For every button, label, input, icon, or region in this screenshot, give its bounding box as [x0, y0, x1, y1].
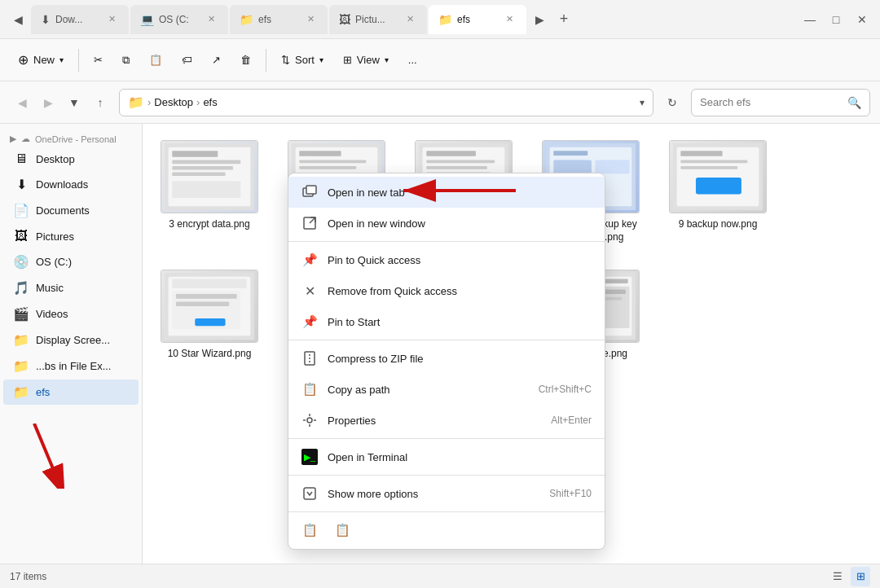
- breadcrumb-dropdown-icon[interactable]: ▾: [640, 97, 645, 108]
- tab-downloads[interactable]: ⬇ Dow... ✕: [31, 5, 129, 34]
- onedrive-section[interactable]: ▶ ☁ OneDrive - Personal: [0, 130, 142, 146]
- tab-osc[interactable]: 💻 OS (C: ✕: [130, 5, 228, 34]
- svg-rect-29: [696, 178, 741, 195]
- cm-open-new-tab[interactable]: Open in new tab: [288, 177, 605, 208]
- cm-open-new-tab-icon: [301, 184, 318, 200]
- cm-sep-3: [288, 438, 605, 439]
- cm-paste-bottom-icon: 📋: [334, 522, 350, 538]
- search-icon[interactable]: 🔍: [847, 96, 861, 109]
- sidebar-item-displayscreen[interactable]: 📁 Display Scree...: [3, 327, 139, 353]
- back-button[interactable]: ◀: [10, 90, 34, 115]
- svg-line-61: [310, 217, 315, 223]
- tab-osc-label: OS (C:: [159, 14, 189, 25]
- titlebar: ◀ ⬇ Dow... ✕ 💻 OS (C: ✕ 📁 efs ✕ 🖼 Pictu.…: [0, 0, 880, 39]
- sidebar-item-desktop[interactable]: 🖥 Desktop: [3, 147, 139, 171]
- svg-rect-4: [172, 166, 233, 170]
- tab-efs2[interactable]: 📁 efs ✕: [230, 5, 328, 34]
- sidebar-item-osc-label: OS (C:): [36, 256, 72, 268]
- thumb-img-4: [670, 141, 766, 213]
- new-button[interactable]: ⊕ New ▾: [10, 47, 72, 72]
- svg-rect-26: [680, 151, 722, 156]
- sidebar-item-music[interactable]: 🎵 Music: [3, 275, 139, 301]
- svg-rect-23: [596, 160, 630, 173]
- cm-open-terminal[interactable]: ▶_ Open in Terminal: [288, 441, 605, 472]
- breadcrumb-desktop[interactable]: Desktop: [154, 96, 193, 108]
- tab-downloads-close[interactable]: ✕: [105, 12, 119, 26]
- tabs-back-arrow[interactable]: ◀: [7, 8, 29, 31]
- statusbar: 17 items ☰ ⊞: [0, 564, 880, 588]
- tab-efs2-close[interactable]: ✕: [304, 12, 318, 26]
- view-button[interactable]: ⊞ View ▾: [335, 49, 397, 71]
- tab-osc-close[interactable]: ✕: [205, 12, 218, 26]
- cm-properties[interactable]: Properties Alt+Enter: [288, 405, 605, 436]
- breadcrumb-bar[interactable]: 📁 › Desktop › efs ▾: [119, 89, 653, 116]
- sidebar-item-pictures[interactable]: 🖼 Pictures: [3, 224, 139, 248]
- sort-label: Sort: [295, 54, 315, 66]
- sidebar-item-filesex[interactable]: 📁 ...bs in File Ex...: [3, 353, 139, 379]
- svg-rect-17: [426, 166, 487, 169]
- tab-pictures-label: Pictu...: [355, 14, 385, 25]
- grid-view-button[interactable]: ⊞: [851, 567, 870, 586]
- list-view-button[interactable]: ☰: [828, 567, 847, 586]
- sidebar-item-pictures-label: Pictures: [36, 230, 74, 243]
- cm-copy-path[interactable]: 📋 Copy as path Ctrl+Shift+C: [288, 374, 605, 405]
- more-button[interactable]: ...: [400, 49, 425, 71]
- file-item-4[interactable]: 9 backup now.png: [661, 134, 775, 250]
- close-button[interactable]: ✕: [851, 8, 873, 31]
- delete-button[interactable]: 🗑: [232, 49, 259, 71]
- up-button[interactable]: ↑: [88, 90, 112, 115]
- copy-icon: ⧉: [122, 54, 130, 67]
- sidebar-item-downloads-label: Downloads: [36, 178, 88, 191]
- sidebar-item-downloads[interactable]: ⬇ Downloads: [3, 172, 139, 197]
- cm-open-terminal-label: Open in Terminal: [328, 451, 592, 463]
- minimize-button[interactable]: —: [799, 8, 821, 31]
- cm-remove-quick[interactable]: ✕ Remove from Quick access: [288, 275, 605, 306]
- share-button[interactable]: ↗: [204, 49, 229, 71]
- rename-button[interactable]: 🏷: [174, 49, 200, 71]
- tabs-forward-arrow[interactable]: ▶: [528, 8, 551, 31]
- cm-pin-start[interactable]: 📌 Pin to Start: [288, 306, 605, 337]
- cm-show-more[interactable]: Show more options Shift+F10: [288, 478, 605, 509]
- file-name-5: 10 Star Wizard.png: [168, 348, 252, 361]
- file-item-5[interactable]: 10 Star Wizard.png: [152, 263, 266, 367]
- svg-rect-16: [426, 160, 495, 163]
- sort-button[interactable]: ⇅ Sort ▾: [273, 49, 332, 71]
- sidebar-item-osc[interactable]: 💿 OS (C:): [3, 249, 139, 274]
- cm-open-terminal-icon: ▶_: [301, 449, 318, 465]
- tab-pictures[interactable]: 🖼 Pictu... ✕: [329, 5, 427, 34]
- sidebar-item-efs-label: efs: [36, 386, 50, 398]
- sidebar-item-efs[interactable]: 📁 efs: [3, 380, 139, 405]
- svg-rect-2: [172, 151, 218, 156]
- svg-rect-27: [680, 160, 747, 163]
- sidebar-item-documents-label: Documents: [36, 204, 90, 217]
- file-item-0[interactable]: 3 encrypt data.png: [152, 134, 266, 250]
- cm-pin-quick[interactable]: 📌 Pin to Quick access: [288, 244, 605, 275]
- sidebar-item-documents[interactable]: 📄 Documents: [3, 198, 139, 223]
- new-tab-button[interactable]: +: [552, 8, 575, 31]
- share-icon: ↗: [212, 54, 221, 66]
- search-input[interactable]: [700, 96, 843, 108]
- cut-button[interactable]: ✂: [86, 49, 111, 71]
- history-button[interactable]: ▼: [62, 90, 86, 115]
- main-area: ▶ ☁ OneDrive - Personal 🖥 Desktop ⬇ Down…: [0, 124, 880, 564]
- tab-efs-active[interactable]: 📁 efs ✕: [429, 5, 526, 34]
- sidebar-item-videos[interactable]: 🎬 Videos: [3, 301, 139, 327]
- more-label: ...: [408, 54, 417, 66]
- items-count: 17 items: [10, 571, 46, 582]
- cm-copy-paste-icons[interactable]: 📋 📋: [288, 515, 605, 546]
- breadcrumb-efs[interactable]: efs: [203, 96, 217, 108]
- copy-button[interactable]: ⧉: [114, 49, 138, 72]
- osc-icon: 💿: [13, 254, 29, 270]
- tab-efs-close[interactable]: ✕: [503, 12, 517, 26]
- addressbar: ◀ ▶ ▼ ↑ 📁 › Desktop › efs ▾ ↻ 🔍: [0, 81, 880, 124]
- paste-button[interactable]: 📋: [141, 49, 170, 71]
- refresh-button[interactable]: ↻: [660, 90, 684, 115]
- sort-icon: ⇅: [281, 54, 290, 66]
- forward-button[interactable]: ▶: [36, 90, 60, 115]
- maximize-button[interactable]: □: [825, 8, 847, 31]
- svg-rect-10: [299, 160, 366, 163]
- cm-open-new-window[interactable]: Open in new window: [288, 208, 605, 239]
- cm-compress-zip-label: Compress to ZIP file: [328, 353, 592, 365]
- tab-pictures-close[interactable]: ✕: [403, 12, 417, 26]
- cm-compress-zip[interactable]: Compress to ZIP file: [288, 343, 605, 374]
